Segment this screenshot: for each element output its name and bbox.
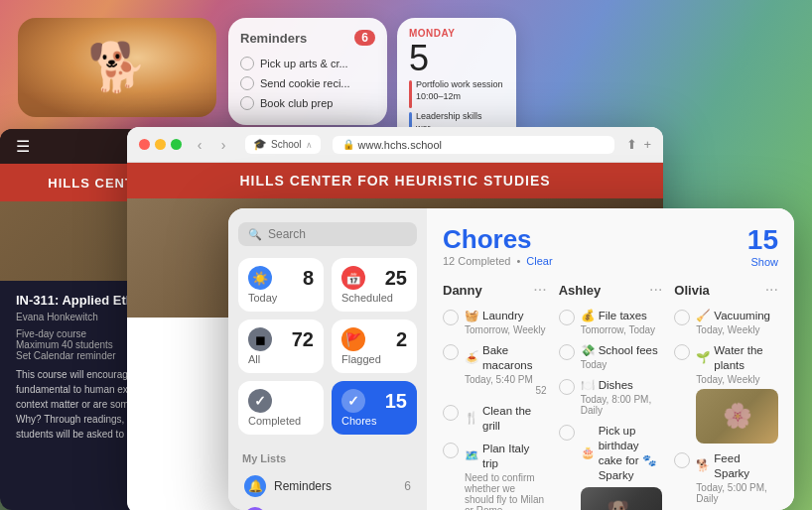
hamburger-menu-icon[interactable]: ☰: [16, 137, 30, 156]
taxes-meta: Tomorrow, Today: [581, 324, 663, 335]
total-count-badge: 15: [747, 224, 778, 256]
laundry-name: 🧺 Laundry: [465, 309, 547, 323]
task-grill: 🍴 Clean the grill: [443, 400, 547, 438]
close-button[interactable]: [139, 139, 150, 150]
macarons-char-count: 52: [465, 385, 547, 396]
taxes-checkbox[interactable]: [559, 310, 575, 325]
all-label: All: [248, 353, 314, 365]
reminder-checkbox-2: [240, 76, 254, 90]
dishes-name: 🍽️ Dishes: [581, 378, 663, 393]
today-label: Today: [248, 292, 314, 304]
taxes-name: 💰 File taxes: [581, 309, 663, 323]
laundry-meta: Tomorrow, Weekly: [465, 324, 547, 335]
dog-image: 🐕: [18, 18, 216, 117]
tab-icon: 🎓: [253, 138, 267, 151]
address-text: www.hchs.school: [358, 139, 442, 151]
completed-card[interactable]: ✓ Completed: [238, 381, 324, 435]
olivia-more-icon[interactable]: ···: [765, 281, 778, 299]
water-plants-name: 🌱 Water the plants: [696, 343, 778, 373]
dog-image-preview: 🐕: [581, 487, 663, 510]
list-item-reminders[interactable]: 🔔 Reminders 6: [238, 470, 417, 502]
flagged-card[interactable]: 🚩 2 Flagged: [332, 319, 417, 373]
task-water-plants: 🌱 Water the plants Today, Weekly 🌸: [674, 339, 778, 447]
chores-icon: ✓: [341, 389, 365, 413]
back-button[interactable]: ‹: [190, 135, 209, 155]
italy-meta: Need to confirm whether we should fly to…: [465, 472, 547, 510]
all-icon: ◼: [248, 327, 272, 351]
completed-icon: ✓: [248, 389, 272, 413]
vacuuming-name: 🧹 Vacuuming: [696, 309, 778, 323]
task-feed-sparky: 🐕 Feed Sparky Today, 5:00 PM, Daily: [674, 447, 778, 508]
address-bar[interactable]: 🔒 www.hchs.school: [333, 136, 615, 154]
italy-checkbox[interactable]: [443, 443, 459, 458]
reminders-list-name: Reminders: [274, 479, 396, 493]
chores-count: 15: [385, 390, 407, 413]
dishes-checkbox[interactable]: [559, 379, 575, 395]
reminders-count-group: 15 Show: [747, 224, 778, 268]
school-name: HILLS CENTER FOR HEURISTIC STUDIES: [239, 173, 550, 189]
today-icon: ☀️: [248, 266, 272, 290]
clear-button[interactable]: Clear: [526, 255, 552, 267]
birthday-cake-name: 🎂 Pick up birthday cake for 🐾 Sparky: [581, 424, 663, 483]
danny-more-icon[interactable]: ···: [533, 281, 546, 299]
forward-button[interactable]: ›: [213, 135, 233, 155]
show-button[interactable]: Show: [747, 256, 778, 268]
scheduled-icon: 📅: [341, 266, 365, 290]
chores-card[interactable]: ✓ 15 Chores: [332, 381, 417, 435]
reminder-item-2: Send cookie reci...: [240, 73, 375, 93]
reminders-mini-header: Reminders 6: [240, 30, 375, 46]
task-birthday-cake: 🎂 Pick up birthday cake for 🐾 Sparky 🐕: [559, 420, 663, 510]
birthday-cake-checkbox[interactable]: [559, 425, 575, 441]
italy-name: 🗺️ Plan Italy trip: [465, 442, 547, 471]
feed-sparky-meta: Today, 5:00 PM, Daily: [696, 482, 778, 504]
macarons-meta: Today, 5:40 PM: [465, 374, 547, 385]
browser-toolbar: ‹ › 🎓 School ∧ 🔒 www.hchs.school ⬆ +: [127, 127, 663, 163]
reminder-text-1: Pick up arts & cr...: [260, 58, 348, 69]
share-icon[interactable]: ⬆: [626, 137, 637, 152]
task-school-fees: 💸 School fees Today: [559, 339, 663, 374]
search-input[interactable]: [268, 227, 407, 241]
all-card[interactable]: ◼ 72 All: [238, 319, 324, 373]
school-fees-meta: Today: [581, 359, 663, 370]
calendar-event-1: Portfolio work session 10:00–12m: [409, 79, 504, 108]
flowers-image-preview: 🌸: [696, 389, 778, 444]
feed-sparky-checkbox[interactable]: [674, 452, 690, 468]
search-bar[interactable]: 🔍: [238, 222, 417, 246]
task-vacuuming: 🧹 Vacuuming Today, Weekly: [674, 305, 778, 339]
event-text-1: Portfolio work session 10:00–12m: [416, 79, 503, 102]
list-item-family[interactable]: 👨‍👩‍👧 Family 7: [238, 502, 417, 510]
school-fees-checkbox[interactable]: [559, 344, 575, 360]
vacuuming-checkbox[interactable]: [674, 310, 690, 325]
dot-separator: •: [517, 255, 521, 267]
olivia-column: Olivia ··· 🧹 Vacuuming Today, Weekly 🌱 W…: [674, 281, 778, 510]
danny-column-header: Danny ···: [443, 281, 547, 299]
laundry-checkbox[interactable]: [443, 310, 459, 325]
search-icon: 🔍: [248, 228, 262, 241]
grill-checkbox[interactable]: [443, 405, 459, 421]
reminders-mini-widget: Reminders 6 Pick up arts & cr... Send co…: [228, 18, 387, 125]
task-macarons: 🍝 Bake macarons Today, 5:40 PM 52: [443, 339, 547, 400]
ashley-name: Ashley: [559, 283, 602, 298]
macarons-checkbox[interactable]: [443, 344, 459, 360]
reminders-list-icon: 🔔: [244, 475, 266, 497]
my-lists-label: My Lists: [238, 448, 417, 470]
dishes-meta: Today, 8:00 PM, Daily: [581, 394, 663, 416]
vacuuming-meta: Today, Weekly: [696, 324, 778, 335]
ashley-more-icon[interactable]: ···: [649, 281, 662, 299]
add-tab-icon[interactable]: +: [643, 137, 651, 152]
minimize-button[interactable]: [155, 139, 166, 150]
task-taxes: 💰 File taxes Tomorrow, Today: [559, 305, 663, 339]
browser-tab[interactable]: 🎓 School ∧: [245, 135, 321, 154]
lock-icon: 🔒: [342, 139, 354, 150]
tab-label: School: [271, 139, 302, 150]
chores-label: Chores: [341, 415, 407, 427]
today-count: 8: [303, 267, 314, 290]
school-fees-name: 💸 School fees: [581, 343, 663, 358]
maximize-button[interactable]: [171, 139, 182, 150]
scheduled-card[interactable]: 📅 25 Scheduled: [332, 258, 417, 312]
water-plants-checkbox[interactable]: [674, 344, 690, 360]
water-plants-meta: Today, Weekly: [696, 374, 778, 385]
today-card[interactable]: ☀️ 8 Today: [238, 258, 324, 312]
macarons-name: 🍝 Bake macarons: [465, 343, 547, 373]
olivia-name: Olivia: [674, 283, 709, 298]
